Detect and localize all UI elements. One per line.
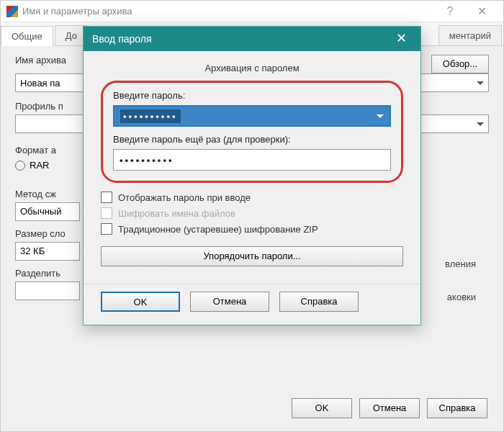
organize-passwords-button[interactable]: Упорядочить пароли... [101, 246, 403, 266]
update-label: вления [445, 258, 476, 269]
chevron-down-icon [477, 81, 484, 85]
show-password-label: Отображать пароль при вводе [118, 192, 251, 203]
help-icon[interactable]: ? [434, 1, 466, 22]
encrypt-names-checkbox: Шифровать имена файлов [101, 207, 403, 219]
password-value: •••••••••• [120, 109, 181, 123]
confirm-password-value: •••••••••• [120, 155, 174, 166]
modal-help-button[interactable]: Справка [279, 292, 359, 312]
checkbox-icon [101, 223, 112, 235]
modal-titlebar: Ввод пароля ✕ [84, 27, 420, 51]
parent-window-title: Имя и параметры архива [22, 6, 434, 17]
dict-value: 32 КБ [20, 246, 45, 256]
password-input[interactable]: •••••••••• [113, 105, 391, 127]
chevron-down-icon[interactable] [377, 114, 384, 118]
dict-dropdown[interactable]: 32 КБ [15, 242, 80, 261]
archive-name-value: Новая па [20, 78, 60, 89]
modal-ok-button[interactable]: OK [101, 292, 180, 312]
modal-title: Ввод пароля [92, 33, 390, 45]
modal-cancel-button[interactable]: Отмена [190, 292, 269, 312]
close-icon[interactable]: ✕ [390, 28, 412, 50]
radio-icon [15, 161, 25, 171]
password-highlight-ring: Введите пароль: •••••••••• Введите парол… [101, 81, 403, 183]
radio-rar[interactable]: RAR [15, 160, 49, 171]
method-dropdown[interactable]: Обычный [15, 202, 80, 221]
encrypt-names-label: Шифровать имена файлов [118, 208, 235, 219]
tab-general[interactable]: Общие [1, 26, 53, 46]
confirm-password-input[interactable]: •••••••••• [113, 149, 391, 171]
parent-help-button[interactable]: Справка [427, 398, 487, 418]
legacy-zip-label: Традиционное (устаревшее) шифрование ZIP [118, 224, 318, 235]
show-password-checkbox[interactable]: Отображать пароль при вводе [101, 192, 403, 203]
legacy-zip-checkbox[interactable]: Традиционное (устаревшее) шифрование ZIP [101, 223, 403, 235]
parent-titlebar: Имя и параметры архива ? ✕ [1, 1, 503, 22]
packing-label: аковки [447, 292, 476, 302]
modal-button-row: OK Отмена Справка [84, 284, 420, 325]
radio-rar-label: RAR [30, 160, 49, 171]
close-icon[interactable]: ✕ [466, 1, 498, 22]
checkbox-icon [101, 207, 112, 219]
tab-comment[interactable]: ментарий [438, 25, 502, 45]
modal-subtitle: Архивация с паролем [84, 51, 420, 81]
checkbox-icon [101, 192, 112, 203]
chevron-down-icon [477, 122, 484, 126]
winrar-icon [6, 6, 18, 17]
confirm-password-label: Введите пароль ещё раз (для проверки): [113, 134, 391, 145]
parent-cancel-button[interactable]: Отмена [359, 398, 420, 418]
enter-password-label: Введите пароль: [113, 90, 391, 101]
parent-ok-button[interactable]: OK [292, 398, 352, 418]
browse-button[interactable]: Обзор... [431, 55, 489, 73]
password-dialog: Ввод пароля ✕ Архивация с паролем Введит… [83, 26, 421, 325]
parent-button-row: OK Отмена Справка [292, 398, 487, 418]
format-label: Формат а [15, 145, 56, 156]
split-input[interactable] [15, 282, 80, 300]
method-value: Обычный [20, 206, 61, 217]
